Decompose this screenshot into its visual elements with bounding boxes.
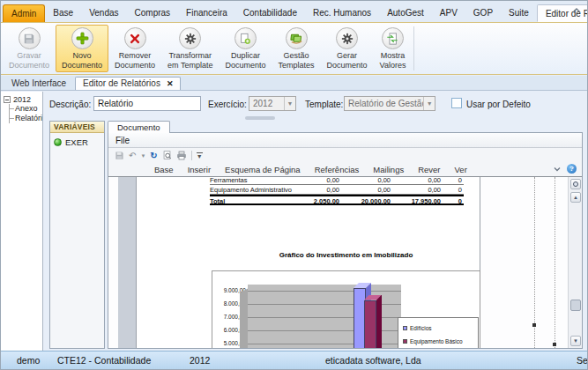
scroll-up-icon[interactable]: ▲ [570,192,581,203]
usar-por-defeito-checkbox[interactable] [451,98,462,108]
chevron-down-icon: ▼ [284,97,295,110]
undo-icon[interactable]: ↶ [129,151,136,160]
bar-equipamento-basico[interactable] [364,300,376,349]
workspace-tab-strip: Web Interface Editor de Relatórios ✕ [1,76,587,91]
collapse-expander-icon[interactable] [4,96,11,103]
status-user: demo [17,355,40,366]
legend-item: Equipamento Básico [403,335,478,348]
template-select[interactable]: Relatório de Gestão ▼ [344,96,435,111]
page-margin-strip [118,177,136,348]
investment-table: Ferramentas 0,00 0,00 0,00 0 Equipamento… [210,177,464,205]
ribbon-tab-autogest[interactable]: AutoGest [379,4,432,22]
printer-icon[interactable] [176,151,187,160]
documento-tab[interactable]: Documento [108,121,170,133]
gerar-documento-button[interactable]: Gerar Documento [321,25,374,72]
selection-guide-line [534,177,535,348]
scroll-down-icon[interactable]: ▼ [570,336,581,346]
ribbon-tab-compras[interactable]: Compras [127,4,179,22]
save-icon[interactable] [115,151,124,160]
minimize-ribbon-icon[interactable] [571,6,582,15]
undo-dropdown-icon[interactable]: ▼ [140,153,145,159]
ribbon-tab-financeira[interactable]: Financeira [178,4,235,22]
exercicio-select[interactable]: 2012 ▼ [249,96,296,111]
status-year: 2012 [190,355,210,366]
investment-chart[interactable]: 9.000,00 8.000,00 7.000,00 6.000,00 5.00… [212,270,480,348]
word-tab-rever[interactable]: Rever [411,165,447,176]
ribbon-separator [413,26,414,70]
ribbon-tab-gop[interactable]: GOP [465,4,501,22]
variables-panel: VARIÁVEIS EXER [49,121,105,349]
gestao-templates-button[interactable]: Gestão Templates [272,25,320,72]
document-canvas[interactable]: Ferramentas 0,00 0,00 0,00 0 Equipamento… [108,177,582,348]
file-menu-bar: File [108,133,582,148]
variables-panel-title: VARIÁVEIS [50,122,104,133]
chart-legend: Edifícios Equipamento Básico Equipamento… [398,317,479,348]
descricao-label: Descrição: [49,100,91,109]
collapse-ribbon-icon[interactable] [553,166,562,173]
report-tree-panel: 2012 Anexo Relatório [1,92,43,351]
status-vendor: eticadata software, Lda [325,355,421,366]
word-tab-inserir[interactable]: Inserir [181,165,218,176]
ribbon-tab-admin[interactable]: Admin [3,4,45,22]
templates-icon [286,27,308,49]
quick-access-toolbar: ↶ ▼ ↻ ▼ [108,148,582,163]
variable-item-exer[interactable]: EXER [50,133,104,147]
tree-node-2012[interactable]: 2012 [4,94,42,104]
new-document-icon [71,27,93,49]
chevron-down-icon: ▼ [423,97,435,110]
customize-toolbar-icon[interactable]: ▼ [197,152,203,159]
selection-handle[interactable] [553,343,556,346]
ribbon-tab-vendas[interactable]: Vendas [81,4,126,22]
descricao-input[interactable]: Relatório [93,96,201,111]
print-preview-icon[interactable] [162,151,172,160]
usar-por-defeito-label: Usar por Defeito [466,100,531,109]
workspace-tab-web-interface[interactable]: Web Interface [4,78,73,90]
table-total-row: Total 2.050,00 20.000,00 17.950,00 0 [210,195,464,205]
word-tab-esquema-pagina[interactable]: Esquema de Página [218,165,308,176]
refresh-icon[interactable]: ↻ [150,151,157,160]
word-tab-base[interactable]: Base [147,165,181,176]
ribbon-tab-rec-humanos[interactable]: Rec. Humanos [305,4,379,22]
toolbar-separator [191,151,192,160]
file-menu[interactable]: File [115,136,130,145]
ribbon-tab-apv[interactable]: APV [432,4,465,22]
selection-handle[interactable] [532,323,536,327]
table-row: Ferramentas 0,00 0,00 0,00 0 [210,177,464,185]
legend-marker [403,326,407,330]
splitter-handle[interactable] [245,116,275,120]
gravar-documento-button[interactable]: Gravar Documento [3,25,56,72]
gear-icon [336,27,358,49]
workspace-tab-editor-relatorios[interactable]: Editor de Relatórios ✕ [75,77,181,90]
ribbon-tab-base[interactable]: Base [45,4,81,22]
status-right-truncated: Se [577,355,587,366]
exercicio-label: Exercício: [208,100,247,109]
duplicate-document-icon [234,27,257,49]
tree-node-relatorio[interactable]: Relatório [10,114,42,123]
save-icon [19,27,41,49]
status-company: CTE12 - Contabilidade [57,355,151,366]
ribbon-tab-contabilidade[interactable]: Contabilidade [235,4,305,22]
scrollbar-thumb[interactable] [570,300,581,311]
legend-marker [403,339,407,344]
document-editor: Documento File ↶ ▼ ↻ [108,121,583,349]
green-status-icon [54,138,62,146]
chart-title: Gráfico do Investimento em Imobilizado [212,251,480,259]
help-icon[interactable]: ? [567,164,577,174]
close-tab-icon[interactable]: ✕ [167,79,174,88]
mostra-valores-button[interactable]: Mostra Valores [374,25,413,72]
ribbon-button-group: Gravar Documento Novo Documento Remover … [1,22,587,75]
word-tab-referencias[interactable]: Referências [308,165,367,176]
main-panel: Descrição: Relatório Exercício: 2012 ▼ T… [44,92,587,351]
ribbon-tab-suite[interactable]: Suite [501,4,537,22]
remover-documento-button[interactable]: Remover Documento [108,25,161,72]
novo-documento-button[interactable]: Novo Documento [56,25,108,72]
document-page[interactable]: Ferramentas 0,00 0,00 0,00 0 Equipamento… [136,177,480,348]
table-row: Equipamento Administrativo 0,00 0,00 0,0… [210,185,464,195]
vertical-scrollbar[interactable]: ▲ ▼ [568,177,582,348]
tree-node-anexo[interactable]: Anexo [10,104,42,114]
word-tab-ver[interactable]: Ver [448,165,474,176]
duplicar-documento-button[interactable]: Duplicar Documento [219,25,272,72]
transformar-em-template-button[interactable]: Transformar em Template [161,25,219,72]
word-tab-mailings[interactable]: Mailings [366,165,411,176]
browse-object-button[interactable] [570,179,581,189]
